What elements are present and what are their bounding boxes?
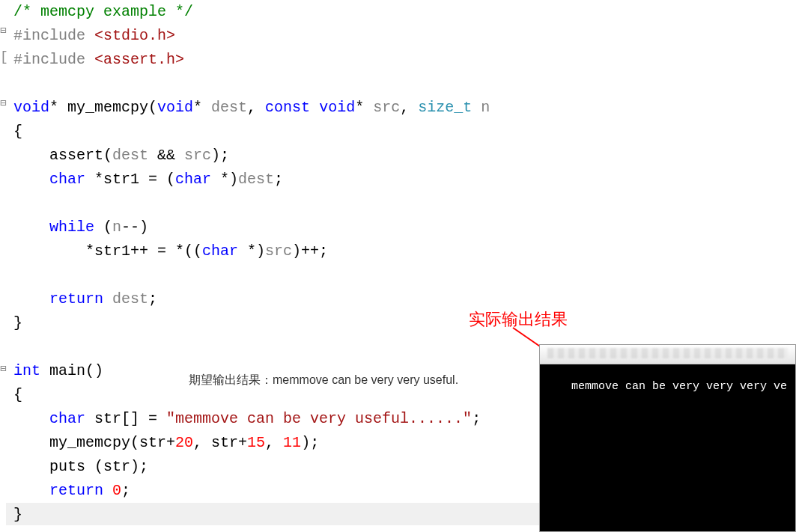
expected-output-label: 期望输出结果：memmove can be very very useful. [189, 373, 458, 388]
code-line-14[interactable]: } [6, 311, 796, 335]
fold-bracket-icon: [ [0, 50, 8, 64]
comment-text: /* memcpy example */ [13, 3, 193, 20]
code-line-10[interactable]: while (n--) [6, 215, 796, 239]
code-line-13[interactable]: return dest; [6, 287, 796, 311]
code-line-1[interactable]: /* memcpy example */ [6, 0, 796, 24]
code-line-5[interactable]: void* my_memcpy(void* dest, const void* … [6, 96, 796, 120]
code-line-7[interactable]: assert(dest && src); [6, 144, 796, 168]
console-window[interactable]: memmove can be very very very ve [539, 344, 796, 532]
code-line-11[interactable]: *str1++ = *((char *)src)++; [6, 239, 796, 263]
preproc-include: #include [13, 51, 94, 68]
code-line-8[interactable]: char *str1 = (char *)dest; [6, 168, 796, 192]
actual-output-label: 实际输出结果 [469, 308, 568, 331]
code-line-9[interactable] [6, 192, 796, 215]
code-line-3[interactable]: #include <assert.h> [6, 48, 796, 72]
code-line-12[interactable] [6, 263, 796, 287]
code-line-4[interactable] [6, 72, 796, 96]
include-header: <assert.h> [94, 51, 184, 68]
code-line-2[interactable]: #include <stdio.h> [6, 24, 796, 48]
code-line-6[interactable]: { [6, 120, 796, 144]
console-titlebar[interactable] [540, 345, 795, 364]
fold-minus-icon[interactable]: ⊟ [0, 364, 6, 374]
fold-minus-icon[interactable]: ⊟ [0, 25, 6, 36]
console-output: memmove can be very very very ve [540, 364, 795, 531]
titlebar-blur [547, 348, 788, 358]
console-text: memmove can be very very very ve [571, 380, 787, 393]
fold-gutter: ⊟ [ ⊟ ⊟ [0, 0, 9, 532]
fold-minus-icon[interactable]: ⊟ [0, 98, 6, 108]
include-header: <stdio.h> [94, 27, 175, 44]
preproc-include: #include [13, 27, 94, 44]
